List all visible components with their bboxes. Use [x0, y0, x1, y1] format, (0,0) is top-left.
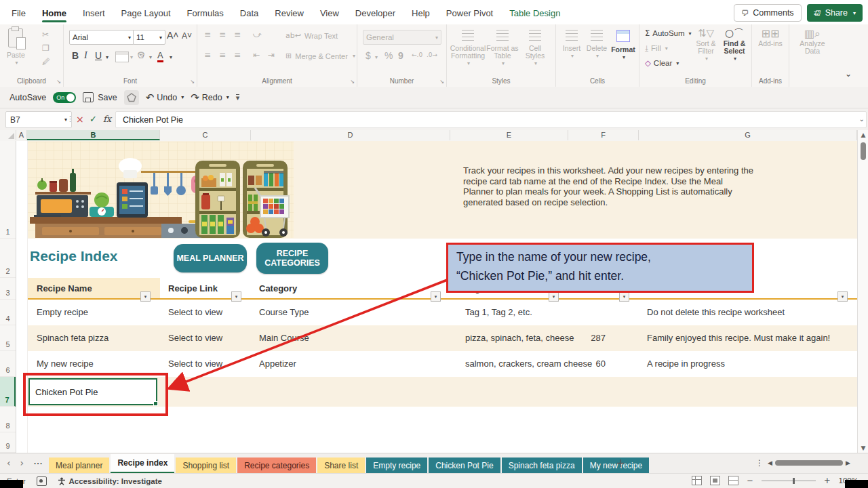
sheet-tab-chicken-pot-pie[interactable]: Chicken Pot Pie — [429, 458, 500, 474]
sheet-tab-empty-recipe[interactable]: Empty recipe — [366, 458, 427, 474]
cell-comments[interactable]: A recipe in progress — [647, 359, 725, 369]
column-header-a[interactable]: A — [16, 130, 27, 140]
cancel-icon[interactable]: × — [76, 114, 84, 125]
next-sheet-icon[interactable]: › — [20, 458, 24, 468]
accessibility-status[interactable]: Accessibility: Investigate — [58, 477, 162, 485]
cell-styles-button[interactable]: Cell Styles ▾ — [520, 30, 550, 67]
percent-icon[interactable]: % — [384, 50, 393, 61]
horizontal-scrollbar[interactable]: ◀ ▶ — [768, 458, 857, 468]
increase-font-icon[interactable]: A˄ — [167, 30, 179, 41]
recipe-categories-button[interactable]: RECIPE CATEGORIES — [256, 243, 328, 274]
format-as-table-button[interactable]: Format as Table ▾ — [486, 30, 519, 67]
column-header-e[interactable]: E — [450, 130, 568, 140]
column-header-g[interactable]: G — [639, 130, 857, 140]
align-center-icon[interactable]: ≡ — [219, 50, 226, 60]
decrease-decimal-icon[interactable]: .0→ — [427, 52, 437, 58]
menu-item-insert[interactable]: Insert — [78, 5, 110, 22]
cell-comments[interactable]: Family enjoyed this recipe. Must make it… — [647, 333, 830, 343]
cell-comments[interactable]: Do not delete this recipe worksheet — [647, 307, 785, 317]
row-header-5[interactable]: 5 — [0, 325, 16, 351]
cell-name[interactable]: My new recipe — [37, 359, 94, 369]
vertical-scroll-thumb[interactable] — [861, 142, 866, 160]
menu-item-data[interactable]: Data — [235, 5, 263, 22]
menu-item-power-pivot[interactable]: Power Pivot — [441, 5, 498, 22]
vertical-scrollbar[interactable]: ▲ ▼ — [857, 130, 868, 453]
menu-item-view[interactable]: View — [315, 5, 344, 22]
cell-tags[interactable]: pizza, spinach, feta, cheese — [465, 333, 574, 343]
menu-item-developer[interactable]: Developer — [351, 5, 400, 22]
bold-button[interactable]: B — [72, 50, 79, 61]
hscroll-right-icon[interactable]: ▶ — [846, 460, 850, 466]
sheet-tab-recipe-index[interactable]: Recipe index — [111, 454, 174, 474]
number-dialog-launcher[interactable]: ↘ — [439, 79, 444, 85]
zoom-out-icon[interactable]: − — [747, 476, 753, 485]
undo-button[interactable]: ↶ Undo ▾ — [146, 92, 184, 104]
number-format-combo[interactable]: General▾ — [363, 30, 441, 45]
cell-tags[interactable]: Tag 1, Tag 2, etc. — [465, 307, 532, 317]
scroll-up-icon[interactable]: ▲ — [858, 131, 868, 138]
borders-icon[interactable] — [115, 52, 129, 62]
comments-button[interactable]: 🗩 Comments — [734, 4, 801, 22]
merge-center-button[interactable]: ⊞ Merge & Center ▾ — [285, 52, 355, 60]
prev-sheet-icon[interactable]: ‹ — [7, 458, 11, 468]
normal-view-icon[interactable] — [692, 476, 702, 485]
font-color-icon[interactable]: A — [157, 50, 163, 62]
menu-item-file[interactable]: File — [7, 5, 31, 22]
cell-name[interactable]: Spinach feta pizza — [37, 333, 108, 343]
autosum-button[interactable]: Σ AutoSum ▾ — [645, 28, 692, 38]
cell-category[interactable]: Course Type — [259, 307, 309, 317]
namebox-separator-dots[interactable]: ⋮ — [66, 115, 74, 123]
save-button[interactable]: Save — [83, 92, 117, 102]
decrease-font-icon[interactable]: A˅ — [182, 31, 192, 41]
comma-style-icon[interactable]: 9 — [398, 50, 403, 61]
column-header-f[interactable]: F — [568, 130, 639, 140]
cell-name[interactable]: Empty recipe — [37, 307, 88, 317]
fill-color-icon[interactable]: 🪣︎ — [137, 50, 145, 60]
all-sheets-icon[interactable]: ⋯ — [33, 458, 43, 468]
row-header-9[interactable]: 9 — [0, 432, 16, 453]
confirm-icon[interactable]: ✓ — [90, 114, 97, 124]
align-top-icon[interactable]: ≡ — [204, 30, 211, 39]
decrease-indent-icon[interactable]: ⇤ — [253, 50, 260, 60]
column-header-b[interactable]: B — [27, 130, 160, 140]
copy-icon[interactable]: ❐ — [42, 43, 50, 53]
share-button[interactable]: 🖅 Share ▾ — [807, 4, 863, 22]
zoom-in-icon[interactable]: + — [824, 476, 831, 485]
font-dialog-launcher[interactable]: ↘ — [190, 79, 195, 85]
customize-qat-icon[interactable]: ▾ — [236, 94, 240, 101]
column-header-c[interactable]: C — [160, 130, 251, 140]
page-break-view-icon[interactable] — [728, 476, 738, 485]
collapse-ribbon-icon[interactable]: ⌄ — [845, 69, 852, 79]
fill-button[interactable]: ⤓ Fill ▾ — [645, 43, 668, 53]
sheet-tab-shopping-list[interactable]: Shopping list — [176, 458, 236, 474]
tabbar-dots-icon[interactable]: ⋮ — [755, 458, 764, 468]
sort-filter-button[interactable]: ⇅▽ Sort & Filter ▾ — [692, 30, 719, 62]
page-layout-view-icon[interactable] — [710, 476, 720, 485]
menu-item-table-design[interactable]: Table Design — [505, 5, 565, 22]
sheet-tab-share-list[interactable]: Share list — [317, 458, 365, 474]
format-painter-icon[interactable]: 🖉 — [42, 57, 50, 66]
italic-button[interactable]: I — [84, 50, 87, 61]
sheet-tab-meal-planner[interactable]: Meal planner — [49, 458, 109, 474]
align-right-icon[interactable]: ≡ — [234, 50, 241, 60]
scroll-down-icon[interactable]: ▼ — [858, 445, 868, 451]
column-header-d[interactable]: D — [251, 130, 450, 140]
row-header-8[interactable]: 8 — [0, 407, 16, 432]
row-header-3[interactable]: 3 — [0, 278, 16, 300]
alignment-dialog-launcher[interactable]: ↘ — [350, 79, 355, 85]
clear-button[interactable]: ◇ Clear ▾ — [645, 58, 679, 68]
horizontal-scroll-thumb[interactable] — [775, 460, 843, 466]
redo-button[interactable]: ↷ Redo ▾ — [191, 92, 229, 104]
hscroll-left-icon[interactable]: ◀ — [768, 460, 772, 466]
expand-formula-bar-icon[interactable]: ⌄ — [859, 115, 865, 123]
increase-indent-icon[interactable]: ⇥ — [268, 50, 275, 60]
cell-calories[interactable]: 287 — [568, 333, 606, 343]
row-header-7[interactable]: 7 — [0, 377, 16, 407]
currency-icon[interactable]: $ — [366, 50, 371, 61]
align-middle-icon[interactable]: ≡ — [219, 30, 226, 39]
clipboard-dialog-launcher[interactable]: ↘ — [56, 79, 61, 85]
orientation-icon[interactable]: ⤻ — [253, 30, 262, 39]
shape-icon[interactable] — [124, 90, 139, 105]
zoom-slider[interactable] — [762, 481, 816, 481]
font-name-combo[interactable]: Arial▾ — [69, 30, 134, 45]
